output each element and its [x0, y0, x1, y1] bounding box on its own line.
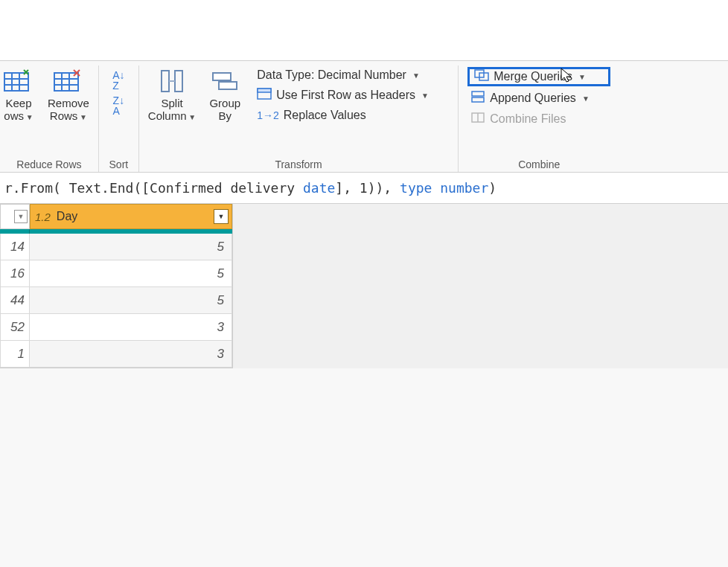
formula-col: date	[303, 180, 335, 196]
group-label-transform: Transform	[275, 157, 322, 170]
combine-files-button: Combine Files	[467, 110, 610, 128]
svg-rect-20	[472, 97, 484, 102]
remove-rows-button[interactable]: Remove Rows ▼	[45, 65, 92, 124]
sort-buttons[interactable]: A↓Z Z↓A	[108, 65, 129, 121]
chevron-down-icon: ▼	[24, 113, 33, 121]
append-queries-button[interactable]: Append Queries ▼	[467, 89, 610, 107]
row-index-cell: 16	[0, 260, 30, 287]
ribbon: Keep ows ▼ Remove Rows ▼ Reduce Rows	[0, 61, 728, 173]
group-by-button[interactable]: Group By	[203, 65, 246, 124]
column-name: Day	[57, 210, 77, 223]
column-header-row: ▼ 1.2 Day ▼	[0, 204, 232, 229]
split-column-button[interactable]: Split Column ▼	[145, 65, 199, 124]
svg-rect-11	[175, 71, 182, 92]
cell-day[interactable]: 3	[30, 314, 232, 341]
blank-header-region	[0, 0, 728, 61]
column-header-day[interactable]: 1.2 Day ▼	[30, 204, 232, 229]
chevron-down-icon: ▼	[578, 73, 586, 81]
svg-rect-10	[162, 71, 169, 92]
append-icon	[470, 91, 485, 106]
split-column-label-1: Split	[161, 97, 182, 109]
table-row[interactable]: 523	[0, 314, 232, 341]
row-index-cell: 1	[0, 341, 30, 368]
group-combine: Merge Queries ▼ Append Queries ▼	[459, 65, 619, 172]
svg-rect-19	[472, 92, 484, 96]
group-label-sort: Sort	[109, 157, 129, 170]
group-transform: Split Column ▼ Group By Data Type: Decim…	[139, 65, 459, 172]
data-type-label: Data Type: Decimal Number	[257, 68, 406, 82]
cell-day[interactable]: 5	[30, 234, 232, 260]
group-sort: A↓Z Z↓A Sort	[99, 65, 139, 172]
remove-rows-label-2: Rows	[50, 109, 78, 122]
svg-rect-13	[213, 73, 231, 80]
keep-rows-label-1: Keep	[5, 97, 31, 109]
replace-values-label: Replace Values	[284, 109, 366, 122]
sort-desc-icon[interactable]: Z↓A	[113, 95, 125, 116]
table-row[interactable]: 165	[0, 260, 232, 287]
keep-rows-icon	[3, 67, 34, 95]
row-index-cell: 52	[0, 314, 30, 341]
svg-rect-16	[258, 89, 271, 92]
table-row[interactable]: 445	[0, 287, 232, 314]
chevron-down-icon: ▼	[412, 71, 420, 80]
data-type-button[interactable]: Data Type: Decimal Number ▼	[254, 67, 449, 83]
group-by-label-2: By	[218, 109, 232, 122]
chevron-down-icon: ▼	[187, 113, 197, 121]
formula-type: type number	[400, 180, 488, 196]
cell-day[interactable]: 3	[30, 341, 232, 368]
data-grid[interactable]: ▼ 1.2 Day ▼ 14516544552313	[0, 204, 233, 368]
merge-queries-label: Merge Queries	[494, 70, 572, 83]
cell-day[interactable]: 5	[30, 260, 232, 287]
sort-asc-icon[interactable]: A↓Z	[112, 70, 124, 91]
keep-rows-label-2: ows	[4, 109, 24, 122]
keep-rows-button[interactable]: Keep ows ▼	[0, 65, 40, 124]
remove-rows-icon	[53, 67, 84, 95]
group-label-combine: Combine	[518, 157, 560, 170]
column-dropdown-icon[interactable]: ▼	[14, 210, 28, 223]
group-label-reduce-rows: Reduce Rows	[16, 157, 81, 170]
svg-rect-14	[219, 82, 237, 89]
group-by-label-1: Group	[209, 97, 240, 109]
replace-values-icon: 1→2	[257, 109, 279, 121]
replace-values-button[interactable]: 1→2 Replace Values	[254, 107, 449, 124]
split-column-icon	[157, 67, 187, 95]
use-first-row-button[interactable]: Use First Row as Headers ▼	[254, 86, 449, 104]
column-filter-icon[interactable]: ▼	[214, 209, 229, 224]
merge-icon	[474, 69, 489, 84]
row-index-header[interactable]: ▼	[0, 204, 30, 229]
table-row[interactable]: 13	[0, 341, 232, 368]
formula-fragment: r.From( Text.End([Confirmed delivery	[4, 180, 303, 196]
append-queries-label: Append Queries	[490, 92, 576, 105]
chevron-down-icon: ▼	[77, 113, 87, 121]
chevron-down-icon: ▼	[421, 92, 429, 100]
remove-rows-label-1: Remove	[48, 97, 89, 109]
row-index-cell: 44	[0, 287, 30, 314]
row-index-cell: 14	[0, 234, 30, 260]
chevron-down-icon: ▼	[582, 94, 590, 103]
data-grid-area: ▼ 1.2 Day ▼ 14516544552313	[0, 204, 728, 368]
column-type-tag: 1.2	[35, 211, 51, 223]
group-reduce-rows: Keep ows ▼ Remove Rows ▼ Reduce Rows	[0, 65, 99, 172]
group-by-icon	[210, 67, 240, 95]
combine-files-label: Combine Files	[490, 112, 566, 126]
table-row[interactable]: 145	[0, 234, 232, 260]
split-column-label-2: Column	[148, 109, 187, 122]
cell-day[interactable]: 5	[30, 287, 232, 314]
formula-bar[interactable]: r.From( Text.End([Confirmed delivery dat…	[0, 173, 728, 204]
use-first-row-label: Use First Row as Headers	[276, 89, 415, 102]
svg-rect-0	[4, 73, 28, 91]
use-first-row-icon	[257, 88, 272, 103]
combine-files-icon	[470, 112, 485, 126]
merge-queries-button[interactable]: Merge Queries ▼	[467, 67, 610, 86]
